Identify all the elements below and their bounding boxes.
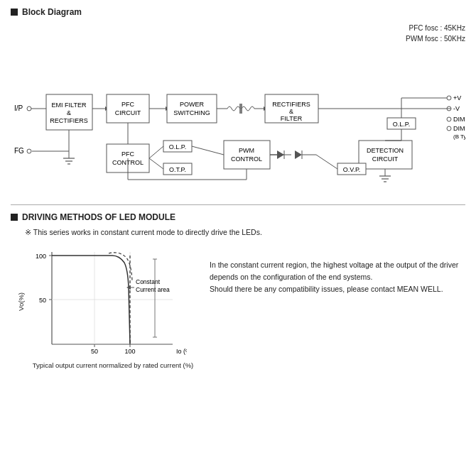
svg-point-38 — [447, 106, 451, 111]
chart-caption: Typical output current normalized by rat… — [31, 361, 195, 369]
driving-methods-title: DRIVING METHODS OF LED MODULE — [22, 212, 175, 222]
svg-rect-5 — [46, 94, 92, 130]
svg-text:RECTIFIERS: RECTIFIERS — [50, 117, 88, 124]
svg-text:O.T.P.: O.T.P. — [169, 166, 186, 173]
svg-text:DIM-: DIM- — [453, 125, 465, 132]
svg-text:DETECTION: DETECTION — [367, 147, 404, 154]
svg-text:100: 100 — [124, 348, 135, 355]
svg-rect-78 — [337, 163, 366, 175]
svg-rect-61 — [163, 141, 192, 152]
svg-marker-15 — [105, 106, 109, 111]
driving-content: Vo(%) 100 50 50 — [11, 245, 465, 369]
block-diagram-title: Block Diagram — [22, 7, 82, 17]
svg-marker-72 — [277, 150, 284, 159]
svg-marker-20 — [166, 106, 170, 111]
svg-text:50: 50 — [91, 348, 98, 355]
svg-line-66 — [149, 158, 163, 169]
svg-line-77 — [316, 155, 337, 169]
svg-point-3 — [27, 149, 31, 153]
svg-point-40 — [447, 117, 451, 121]
svg-text:PFC: PFC — [121, 150, 135, 158]
svg-point-1 — [27, 106, 31, 111]
svg-text:CIRCUIT: CIRCUIT — [372, 155, 399, 163]
chart-svg: 100 50 50 100 Io (%) — [31, 245, 187, 358]
svg-text:FG: FG — [14, 147, 24, 155]
driving-description: In the constant current region, the high… — [210, 245, 465, 295]
svg-text:(B Type): (B Type) — [453, 133, 465, 140]
svg-text:CIRCUIT: CIRCUIT — [115, 109, 141, 116]
block-diagram-section: Block Diagram PFC fosc : 45KHz PWM fosc … — [11, 7, 465, 190]
pfc-note: PFC fosc : 45KHz PWM fosc : 50KHz — [11, 23, 465, 44]
svg-text:+V: +V — [453, 94, 461, 102]
svg-marker-28 — [264, 106, 268, 111]
section-divider — [11, 204, 465, 205]
svg-rect-57 — [107, 144, 149, 172]
svg-point-34 — [447, 96, 451, 100]
pfc-note-line1: PFC fosc : 45KHz — [11, 23, 465, 33]
svg-text:-V: -V — [453, 105, 460, 112]
svg-rect-21 — [167, 94, 217, 123]
svg-text:RECTIFIERS: RECTIFIERS — [272, 101, 310, 108]
driving-desc-line1: In the constant current region, the high… — [210, 259, 465, 271]
chart-container: Vo(%) 100 50 50 — [11, 245, 195, 369]
header-square-icon — [11, 9, 18, 16]
pfc-note-line2: PWM fosc : 50KHz — [11, 33, 465, 44]
svg-rect-45 — [387, 118, 416, 129]
svg-text:FILTER: FILTER — [281, 115, 303, 122]
svg-text:PWM: PWM — [239, 147, 254, 154]
driving-note: ※ This series works in constant current … — [25, 228, 465, 236]
diagram-svg: I/P FG EMI FILTER & RECTIFIERS — [11, 48, 465, 190]
svg-point-42 — [447, 126, 451, 131]
svg-text:SWITCHING: SWITCHING — [173, 109, 210, 116]
svg-marker-74 — [295, 150, 302, 159]
driving-methods-header: DRIVING METHODS OF LED MODULE — [11, 212, 465, 222]
chart-y-label: Vo(%) — [17, 292, 25, 311]
svg-text:O.L.P.: O.L.P. — [169, 143, 186, 150]
chart-area: 100 50 50 100 Io (%) — [31, 245, 187, 358]
svg-text:CONTROL: CONTROL — [112, 159, 144, 166]
svg-text:O.V.P.: O.V.P. — [343, 166, 361, 173]
svg-text:EMI FILTER: EMI FILTER — [52, 102, 87, 109]
svg-text:&: & — [67, 109, 71, 116]
driving-header-square-icon — [11, 214, 18, 221]
svg-text:POWER: POWER — [180, 101, 205, 108]
svg-text:PFC: PFC — [121, 101, 135, 108]
block-diagram-container: I/P FG EMI FILTER & RECTIFIERS — [11, 48, 465, 190]
svg-text:Io (%): Io (%) — [176, 348, 187, 355]
svg-text:Constant: Constant — [136, 278, 161, 285]
svg-rect-29 — [265, 94, 318, 123]
svg-text:I/P: I/P — [14, 104, 23, 112]
svg-rect-16 — [107, 94, 149, 123]
svg-rect-49 — [359, 141, 412, 169]
svg-text:100: 100 — [36, 253, 46, 260]
svg-rect-63 — [163, 163, 192, 175]
svg-text:CONTROL: CONTROL — [231, 155, 262, 163]
svg-text:&: & — [289, 108, 293, 115]
driving-desc-line3: Should there be any compatibility issues… — [210, 283, 465, 295]
block-diagram-header: Block Diagram — [11, 7, 465, 17]
svg-text:Current area: Current area — [136, 286, 170, 293]
svg-text:DIM+: DIM+ — [453, 116, 465, 123]
svg-text:O.L.P.: O.L.P. — [393, 121, 410, 128]
svg-line-70 — [192, 146, 224, 155]
svg-rect-67 — [224, 141, 270, 169]
svg-text:50: 50 — [39, 297, 46, 304]
driving-desc-line2: depends on the configuration of the end … — [210, 271, 465, 283]
svg-line-65 — [149, 146, 163, 158]
driving-methods-section: DRIVING METHODS OF LED MODULE ※ This ser… — [11, 212, 465, 369]
